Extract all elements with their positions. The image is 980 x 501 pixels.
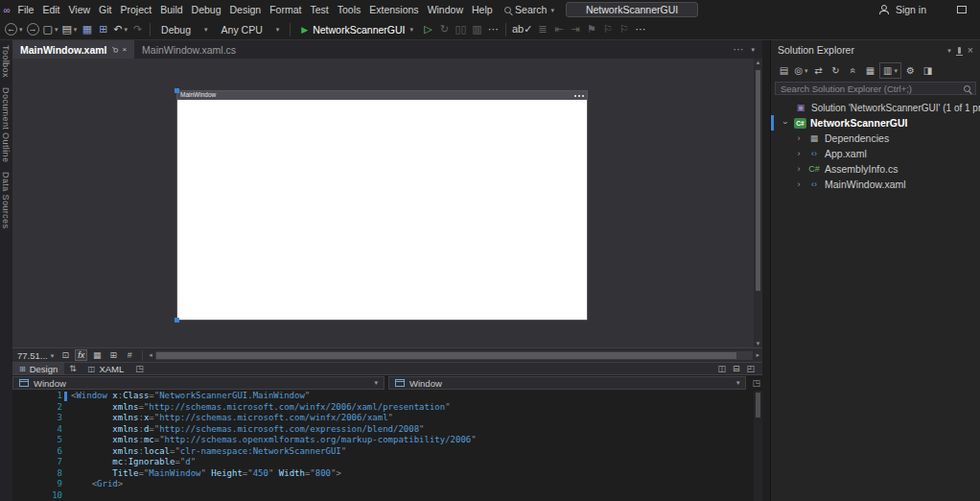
- menu-item-view[interactable]: View: [64, 0, 95, 19]
- preview-selected-items-button[interactable]: ◨: [920, 62, 936, 79]
- zoom-to-fit-button[interactable]: ⊡: [58, 349, 72, 361]
- tree-item-dependencies[interactable]: ›▦Dependencies: [771, 131, 980, 146]
- sync-with-active-document-button[interactable]: ⇄: [810, 62, 827, 79]
- tab-mainwindow-xaml[interactable]: MainWindow.xaml⚲×: [12, 40, 134, 59]
- code-line-1[interactable]: <Window x:Class="NetworkScannerGUI.MainW…: [71, 391, 754, 402]
- xaml-designer-surface[interactable]: MainWindow ▲ ▼: [12, 59, 762, 347]
- code-line-6[interactable]: xmlns:local="clr-namespace:NetworkScanne…: [71, 446, 754, 458]
- show-grid-button[interactable]: ▦: [90, 349, 104, 361]
- code-lines[interactable]: <Window x:Class="NetworkScannerGUI.MainW…: [71, 391, 754, 501]
- collapse-all-button[interactable]: «: [845, 62, 861, 79]
- next-bookmark-button[interactable]: ⚐: [616, 20, 632, 39]
- element-dropdown-left[interactable]: Window ▾: [12, 376, 385, 390]
- menu-item-extensions[interactable]: Extensions: [365, 0, 423, 19]
- chevron-down-icon[interactable]: ▾: [947, 47, 951, 54]
- menu-item-window[interactable]: Window: [423, 0, 467, 19]
- previous-bookmark-button[interactable]: ⚐: [599, 20, 616, 39]
- vertical-split-button[interactable]: ◫: [717, 364, 726, 373]
- code-line-4[interactable]: xmlns:d="http://schemas.microsoft.com/ex…: [71, 424, 754, 436]
- chevron-collapsed-icon[interactable]: ›: [794, 149, 804, 158]
- element-dropdown-right[interactable]: Window ▾: [388, 376, 746, 390]
- menu-item-edit[interactable]: Edit: [38, 0, 64, 19]
- start-debugging-button[interactable]: ▶NetworkScannerGUI▾: [294, 21, 420, 38]
- solution-platforms-dropdown[interactable]: Any CPU▾: [215, 21, 287, 38]
- expand-pane-button[interactable]: ◰: [746, 364, 755, 373]
- tree-item-networkscannergui[interactable]: ›C#NetworkScannerGUI: [771, 115, 980, 131]
- restore-window-button[interactable]: [957, 6, 967, 13]
- horizontal-split-button[interactable]: ⊟: [733, 364, 740, 373]
- editor-vertical-scrollbar[interactable]: [754, 391, 762, 501]
- toggle-effects-button[interactable]: fx: [75, 349, 87, 361]
- document-list-button[interactable]: ▾: [751, 46, 755, 53]
- solutions-and-folders-button[interactable]: ▤: [776, 62, 792, 79]
- tool-tab-toolbox[interactable]: Toolbox: [0, 45, 11, 78]
- break-all-button[interactable]: ▯▯: [453, 20, 469, 39]
- tree-item-solution-networkscannergui-1-of-1-project[interactable]: ▣Solution 'NetworkScannerGUI' (1 of 1 pr…: [771, 100, 980, 115]
- toggle-comment-button[interactable]: ≣: [534, 20, 550, 39]
- menu-item-design[interactable]: Design: [225, 0, 266, 19]
- decrease-indent-button[interactable]: ⇤: [550, 20, 567, 39]
- chevron-collapsed-icon[interactable]: ›: [794, 179, 804, 189]
- show-all-files-button[interactable]: ▦: [862, 62, 878, 79]
- chevron-expanded-icon[interactable]: ›: [781, 118, 790, 128]
- solution-explorer-titlebar[interactable]: Solution Explorer ▾ ×: [771, 40, 980, 60]
- hot-reload-button[interactable]: ↻: [436, 20, 453, 39]
- selection-adorner-top[interactable]: [175, 88, 179, 93]
- tab-mainwindow-xaml-cs[interactable]: MainWindow.xaml.cs: [134, 40, 244, 59]
- tool-tab-data-sources[interactable]: Data Sources: [0, 172, 11, 228]
- tab-overflow-button[interactable]: ⋯: [733, 43, 743, 56]
- navigate-forward-button[interactable]: →: [25, 20, 41, 39]
- solution-explorer-search[interactable]: Search Solution Explorer (Ctrl+;): [775, 82, 976, 95]
- scroll-down-icon[interactable]: ▼: [756, 340, 761, 347]
- view-selector-dropdown[interactable]: ▥▾: [879, 62, 901, 79]
- tool-tab-document-outline[interactable]: Document Outline: [0, 87, 11, 162]
- new-file-button[interactable]: ▢▾: [41, 20, 60, 39]
- xaml-code-editor[interactable]: 12345678910 <Window x:Class="NetworkScan…: [12, 391, 754, 501]
- active-views-button[interactable]: ◎▾: [793, 62, 809, 79]
- menu-item-test[interactable]: Test: [306, 0, 333, 19]
- code-line-8[interactable]: Title="MainWindow" Height="450" Width="8…: [71, 468, 754, 480]
- code-line-9[interactable]: <Grid>: [71, 479, 754, 490]
- redo-button[interactable]: ↷: [129, 20, 146, 39]
- scroll-left-icon[interactable]: ◂: [149, 351, 152, 359]
- title-search-box[interactable]: NetworkScannerGUI: [566, 2, 698, 17]
- code-line-7[interactable]: mc:Ignorable="d": [71, 457, 754, 468]
- editor-toolbar-overflow-button[interactable]: ⋯: [632, 20, 648, 39]
- scroll-right-icon[interactable]: ▸: [756, 351, 759, 359]
- search-menu[interactable]: Search ▾: [504, 4, 554, 15]
- tree-item-assemblyinfo-cs[interactable]: ›C#AssemblyInfo.cs: [771, 161, 980, 177]
- chevron-collapsed-icon[interactable]: ›: [794, 164, 804, 174]
- chevron-collapsed-icon[interactable]: ›: [794, 133, 804, 143]
- scrollbar-thumb[interactable]: [756, 393, 760, 418]
- toggle-bookmark-button[interactable]: ⚑: [583, 20, 599, 39]
- find-in-files-button[interactable]: ▥: [469, 20, 485, 39]
- zoom-level-dropdown[interactable]: 77.51... ▾: [15, 350, 56, 361]
- code-line-5[interactable]: xmlns:mc="http://schemas.openxmlformats.…: [71, 435, 754, 446]
- snap-to-grid-button[interactable]: ⊞: [106, 349, 120, 361]
- tree-item-mainwindow-xaml[interactable]: ›‹›MainWindow.xaml: [771, 177, 980, 192]
- xaml-pane-tab[interactable]: ◫ XAML: [82, 363, 130, 374]
- increase-indent-button[interactable]: ⇥: [567, 20, 583, 39]
- pin-icon[interactable]: ⚲: [109, 44, 120, 55]
- panel-splitter[interactable]: [762, 40, 770, 501]
- design-pane-tab[interactable]: ⊞ Design: [12, 363, 64, 374]
- toolbar-overflow-button[interactable]: ⋯: [485, 20, 502, 39]
- breakpoint-margin[interactable]: [12, 391, 28, 501]
- start-without-debugging-button[interactable]: ▷: [420, 20, 436, 39]
- designer-horizontal-scrollbar[interactable]: [155, 351, 754, 360]
- menu-item-debug[interactable]: Debug: [187, 0, 225, 19]
- code-line-3[interactable]: xmlns:x="http://schemas.microsoft.com/wi…: [71, 413, 754, 424]
- scrollbar-thumb[interactable]: [156, 352, 736, 359]
- sign-in-button[interactable]: Sign in: [896, 4, 926, 15]
- solution-configurations-dropdown[interactable]: Debug▾: [154, 21, 214, 38]
- swap-panes-button[interactable]: ⇅: [64, 364, 82, 373]
- scrollbar-thumb[interactable]: [756, 70, 760, 291]
- menu-item-project[interactable]: Project: [116, 0, 156, 19]
- tree-item-app-xaml[interactable]: ›‹›App.xaml: [771, 146, 980, 161]
- scroll-up-icon[interactable]: ▲: [756, 59, 761, 66]
- menu-item-git[interactable]: Git: [95, 0, 116, 19]
- close-icon[interactable]: ×: [122, 45, 127, 54]
- close-icon[interactable]: ×: [968, 44, 973, 56]
- selection-adorner-bottom[interactable]: [175, 318, 179, 322]
- properties-button[interactable]: ⚙: [902, 62, 919, 79]
